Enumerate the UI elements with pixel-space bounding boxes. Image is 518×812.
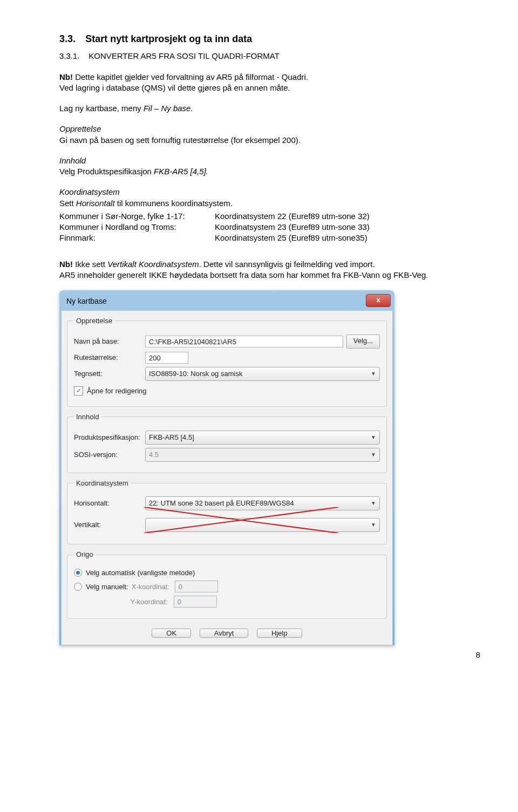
table-row: Finnmark: Koordinatsystem 25 (Euref89 ut… bbox=[59, 233, 374, 243]
label-rute: Rutestørrelse: bbox=[74, 353, 145, 363]
chevron-down-icon: ▼ bbox=[371, 368, 376, 380]
opp-title: Opprettelse bbox=[59, 124, 101, 133]
radio-manuelt[interactable] bbox=[74, 583, 82, 591]
warn-i: Vertikalt Koordinatsystem bbox=[107, 260, 199, 269]
table-row: Kommuner i Nordland og Troms: Koordinats… bbox=[59, 222, 374, 233]
p-lag-ny: Lag ny kartbase, meny Fil – Ny base. bbox=[59, 103, 486, 114]
subheading-text: KONVERTER AR5 FRA SOSI TIL QUADRI-FORMAT bbox=[88, 51, 280, 60]
dropdown-horisontalt[interactable]: 22: UTM sone 32 basert på EUREF89/WGS84 … bbox=[145, 496, 380, 510]
warning-paragraph: Nb! Ikke sett Vertikalt Koordinatsystem.… bbox=[59, 259, 486, 281]
p-lag-i: Fil – Ny base. bbox=[144, 104, 193, 113]
koord-sb: til kommunens koordinatsystem. bbox=[115, 199, 233, 208]
inn-body-b: FKB-AR5 [4,5]. bbox=[154, 167, 208, 176]
opp-body: Gi navn på basen og sett fornuftig rutes… bbox=[59, 135, 301, 145]
dropdown-vertikalt[interactable]: ▼ bbox=[145, 518, 380, 532]
chevron-down-icon: ▼ bbox=[371, 497, 376, 509]
dropdown-value: FKB-AR5 [4.5] bbox=[149, 432, 194, 443]
koord-row-r: Koordinatsystem 22 (Euref89 utm-sone 32) bbox=[215, 211, 374, 222]
koord-row-r: Koordinatsystem 25 (Euref89 utm-sone35) bbox=[215, 233, 374, 243]
heading-text: Start nytt kartprosjekt og ta inn data bbox=[85, 33, 252, 44]
legend-opprettelse: Opprettelse bbox=[74, 316, 114, 326]
intro-line1: Dette kapitlet gjelder ved forvaltning a… bbox=[73, 72, 308, 81]
koord-title: Koordinatsystem bbox=[59, 187, 120, 196]
input-ykoord: 0 bbox=[174, 596, 217, 608]
intro-paragraph: Nb! Dette kapitlet gjelder ved forvaltni… bbox=[59, 72, 486, 94]
ok-button[interactable]: OK bbox=[152, 629, 191, 638]
koord-row-l: Kommuner i Sør-Norge, fylke 1-17: bbox=[59, 211, 215, 222]
dropdown-sosi: 4.5 ▼ bbox=[145, 448, 380, 462]
close-icon: x bbox=[376, 296, 380, 304]
table-row: Kommuner i Sør-Norge, fylke 1-17: Koordi… bbox=[59, 211, 374, 222]
nb-label: Nb! bbox=[59, 72, 73, 81]
input-xkoord: 0 bbox=[175, 581, 218, 592]
inn-title: Innhold bbox=[59, 156, 86, 165]
chevron-down-icon: ▼ bbox=[371, 449, 376, 461]
koord-sa: Sett bbox=[59, 199, 76, 208]
intro-line2: Ved lagring i database (QMS) vil dette g… bbox=[59, 83, 290, 92]
page-number: 8 bbox=[59, 650, 486, 660]
checkbox-apne[interactable]: ✓ bbox=[74, 386, 83, 395]
label-sosi: SOSI-versjon: bbox=[74, 450, 145, 460]
radio-manuelt-label: Velg manuelt: bbox=[86, 582, 128, 592]
dropdown-tegnsett[interactable]: ISO8859-10: Norsk og samisk ▼ bbox=[145, 367, 380, 381]
heading-num: 3.3. bbox=[59, 32, 83, 45]
group-koord: Koordinatsystem Horisontalt: 22: UTM son… bbox=[67, 479, 387, 545]
label-navn: Navn på base: bbox=[74, 337, 145, 346]
label-horisontalt: Horisontalt: bbox=[74, 499, 145, 508]
dialog-ny-kartbase: Ny kartbase x Opprettelse Navn på base: … bbox=[59, 290, 394, 645]
koord-row-l: Kommuner i Nordland og Troms: bbox=[59, 222, 215, 233]
radio-auto[interactable] bbox=[74, 569, 82, 577]
heading-3-3: 3.3. Start nytt kartprosjekt og ta inn d… bbox=[59, 32, 486, 45]
koord-row-r: Koordinatsystem 23 (Euref89 utm-sone 33) bbox=[215, 222, 374, 233]
dialog-title: Ny kartbase bbox=[66, 297, 107, 305]
warn-nb: Nb! bbox=[59, 260, 73, 269]
label-xkoord: X-koordinat: bbox=[132, 582, 175, 592]
legend-origo: Origo bbox=[74, 550, 96, 559]
p-lag-a: Lag ny kartbase, meny bbox=[59, 104, 144, 113]
koord-row-l: Finnmark: bbox=[59, 233, 215, 243]
checkbox-label: Åpne for redigering bbox=[87, 386, 147, 396]
input-navn[interactable]: C:\FKB-AR5\21040821\AR5 bbox=[145, 336, 343, 347]
dropdown-value: ISO8859-10: Norsk og samisk bbox=[149, 368, 242, 380]
subheading-3-3-1: 3.3.1. KONVERTER AR5 FRA SOSI TIL QUADRI… bbox=[59, 51, 486, 62]
dialog-button-row: OK Avbryt Hjelp bbox=[67, 624, 387, 640]
legend-koord: Koordinatsystem bbox=[74, 479, 131, 488]
dropdown-prodspes[interactable]: FKB-AR5 [4.5] ▼ bbox=[145, 431, 380, 445]
dropdown-value: 22: UTM sone 32 basert på EUREF89/WGS84 bbox=[149, 497, 294, 509]
p-opprettelse: Opprettelse Gi navn på basen og sett for… bbox=[59, 124, 486, 146]
close-button[interactable]: x bbox=[366, 294, 391, 307]
hjelp-button[interactable]: Hjelp bbox=[257, 629, 302, 638]
dropdown-value: 4.5 bbox=[149, 449, 159, 461]
label-ykoord: Y-koordinat: bbox=[131, 597, 174, 607]
label-prodspes: Produktspesifikasjon: bbox=[74, 433, 145, 442]
radio-auto-label: Velg automatisk (vanligste metode) bbox=[86, 568, 195, 578]
group-origo: Origo Velg automatisk (vanligste metode)… bbox=[67, 550, 387, 619]
label-tegnsett: Tegnsett: bbox=[74, 369, 145, 379]
warn-c: AR5 inneholder generelt IKKE høydedata b… bbox=[59, 270, 428, 279]
p-innhold: Innhold Velg Produktspesifikasjon FKB-AR… bbox=[59, 155, 486, 178]
dialog-body: Opprettelse Navn på base: C:\FKB-AR5\210… bbox=[61, 310, 393, 645]
chevron-down-icon: ▼ bbox=[371, 432, 376, 443]
avbryt-button[interactable]: Avbryt bbox=[200, 629, 249, 638]
legend-innhold: Innhold bbox=[74, 412, 101, 422]
dialog-titlebar[interactable]: Ny kartbase x bbox=[61, 292, 393, 310]
velg-button[interactable]: Velg... bbox=[346, 335, 380, 349]
group-innhold: Innhold Produktspesifikasjon: FKB-AR5 [4… bbox=[67, 412, 387, 473]
label-vertikalt: Vertikalt: bbox=[74, 520, 145, 530]
koord-si: Horisontalt bbox=[76, 199, 115, 208]
inn-body-a: Velg Produktspesifikasjon bbox=[59, 167, 154, 176]
subheading-num: 3.3.1. bbox=[59, 51, 80, 62]
warn-a: Ikke sett bbox=[73, 260, 107, 269]
p-koord: Koordinatsystem Sett Horisontalt til kom… bbox=[59, 187, 486, 243]
input-rute[interactable]: 200 bbox=[145, 352, 188, 364]
warn-b: . Dette vil sannsynligvis gi feilmelding… bbox=[199, 260, 375, 269]
dropdown-value bbox=[149, 519, 151, 531]
koord-table: Kommuner i Sør-Norge, fylke 1-17: Koordi… bbox=[59, 211, 374, 244]
chevron-down-icon: ▼ bbox=[371, 519, 376, 531]
group-opprettelse: Opprettelse Navn på base: C:\FKB-AR5\210… bbox=[67, 316, 387, 407]
